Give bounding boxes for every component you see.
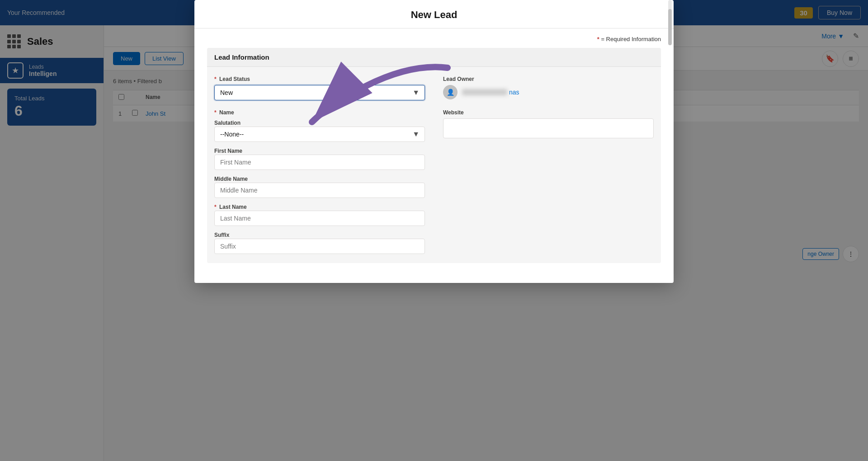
modal-scrollbar[interactable] [668, 0, 672, 28]
website-input[interactable] [443, 118, 654, 138]
suffix-label: Suffix [214, 232, 229, 238]
lead-owner-label: Lead Owner [443, 76, 654, 82]
last-name-field: * Last Name [214, 202, 425, 226]
name-section: * Name Salutation --None-- Mr. Ms. [214, 109, 425, 254]
lead-status-field: * Lead Status New Working Nurturing Qual… [214, 76, 425, 100]
required-star: * [597, 36, 599, 42]
lead-status-select[interactable]: New Working Nurturing Qualified Unqualif… [214, 85, 425, 100]
lead-status-select-wrapper: New Working Nurturing Qualified Unqualif… [214, 85, 425, 100]
modal-title: New Lead [207, 9, 661, 21]
lead-owner-value: 👤 nas [443, 85, 654, 99]
name-fields: Salutation --None-- Mr. Ms. Mrs. Dr. Pro… [214, 118, 425, 254]
suffix-input[interactable] [214, 239, 425, 254]
new-lead-modal: New Lead * = Required Information Lead I… [194, 0, 674, 283]
middle-name-input[interactable] [214, 183, 425, 198]
suffix-field: Suffix [214, 230, 425, 254]
required-text: = Required Information [601, 36, 661, 42]
modal-scrollbar-thumb [668, 9, 672, 45]
section-body: * Lead Status New Working Nurturing Qual… [207, 67, 661, 263]
salutation-select-wrapper: --None-- Mr. Ms. Mrs. Dr. Prof. ▼ [214, 127, 425, 142]
modal-header: New Lead [194, 0, 674, 28]
lead-status-required-star: * [214, 76, 217, 82]
lead-owner-field-wrapper: Lead Owner 👤 nas [443, 76, 654, 100]
lead-information-section: Lead Information * Lead Status New Worki… [207, 48, 661, 263]
owner-name-suffix[interactable]: nas [509, 89, 519, 96]
website-field: Website [443, 109, 654, 254]
first-name-label: First Name [214, 148, 242, 154]
website-label: Website [443, 109, 654, 116]
first-name-input[interactable] [214, 155, 425, 170]
salutation-label: Salutation [214, 120, 241, 126]
salutation-select[interactable]: --None-- Mr. Ms. Mrs. Dr. Prof. [214, 127, 425, 142]
owner-name-blurred [462, 89, 507, 95]
owner-avatar: 👤 [443, 85, 458, 99]
first-name-field: First Name [214, 146, 425, 170]
required-info: * = Required Information [207, 36, 661, 42]
name-required-star: * [214, 109, 217, 116]
section-title: Lead Information [207, 48, 661, 67]
modal-body: * = Required Information Lead Informatio… [194, 28, 674, 283]
lead-status-label: * Lead Status [214, 76, 425, 82]
salutation-field: Salutation --None-- Mr. Ms. Mrs. Dr. Pro… [214, 118, 425, 142]
last-name-label: * Last Name [214, 204, 247, 210]
name-label: * Name [214, 109, 425, 116]
owner-name-container: nas [462, 89, 519, 96]
middle-name-field: Middle Name [214, 174, 425, 198]
last-name-input[interactable] [214, 211, 425, 226]
middle-name-label: Middle Name [214, 176, 248, 182]
